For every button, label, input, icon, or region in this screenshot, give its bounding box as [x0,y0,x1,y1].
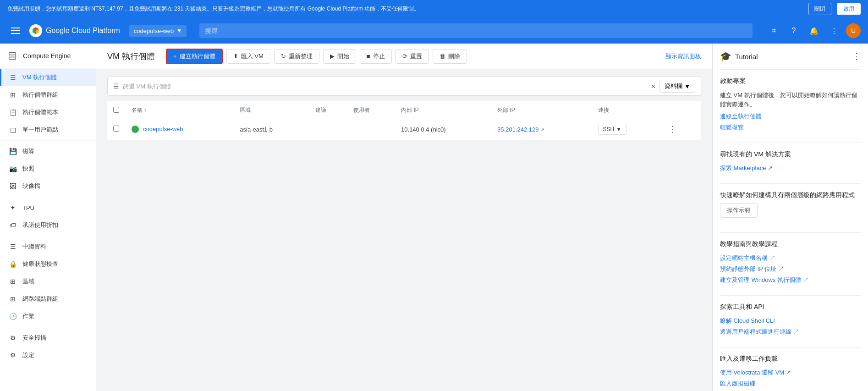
banner-text: 免費試用狀態：您的試用額度還剩 NT$7,147.97，且免費試用期將在 231… [7,5,808,13]
explore-marketplace-link[interactable]: 探索 Marketplace ↗ [720,164,861,172]
select-all-checkbox[interactable] [113,107,119,113]
tutorial-guides-section: 教學指南與教學課程 設定網站主機名稱 ↗ 預約靜態外部 IP 位址 ↗ 建立及管… [720,240,861,284]
table-row-more-cell: ⋮ [661,119,701,140]
panel-divider-5 [720,347,861,347]
search-input[interactable] [199,23,753,38]
more-actions-button[interactable]: ⋮ [666,123,678,136]
cloud-shell-link[interactable]: 瞭解 Cloud Shell CLI [720,317,861,325]
cloud-shell-button[interactable]: ⌗ [765,22,782,39]
sidebar-item-committed-use[interactable]: 🏷 承諾使用折扣 [0,216,96,234]
sidebar-item-instance-templates[interactable]: 📋 執行個體範本 [0,104,96,121]
metadata-icon: ☰ [9,242,17,251]
create-instance-button[interactable]: + 建立執行個體 [166,49,223,64]
tutorial-more-button[interactable]: ⋮ [852,51,861,61]
start-button[interactable]: ▶ 開始 [323,49,356,64]
refresh-button[interactable]: ↻ 重新整理 [274,49,319,64]
page-title: VM 執行個體 [107,51,155,62]
sidebar-item-sole-tenant[interactable]: ◫ 單一用戶節點 [0,121,96,138]
close-banner-button[interactable]: 關閉 [808,3,831,15]
page-header: VM 執行個體 + 建立執行個體 ⬆ 匯入 VM ↻ 重新整理 ▶ 開始 ■ 停… [96,44,712,69]
notifications-button[interactable]: 🔔 [806,22,822,39]
virtual-disk-link[interactable]: 匯入虛擬磁碟 [720,380,861,388]
vm-zone: asia-east1-b [240,126,273,133]
reserve-ip-link[interactable]: 預約靜態外部 IP 位址 ↗ [720,265,861,273]
more-options-button[interactable]: ⋮ [826,22,842,39]
panel-divider-2 [720,183,861,184]
operations-demo-button[interactable]: 操作示範 [720,203,758,218]
main-layout: Compute Engine ☰ VM 執行個體 ⊞ 執行個體群組 📋 執行個體… [0,44,868,391]
sidebar-item-network-endpoints[interactable]: ⊞ 網路端點群組 [0,290,96,308]
sidebar-label-operations: 作業 [22,312,34,320]
filter-input[interactable] [123,83,647,90]
velostrata-link[interactable]: 使用 Velostrata 遷移 VM ↗ [720,369,861,377]
vm-name-link[interactable]: codepulse-web [143,126,183,132]
show-info-panel-link[interactable]: 顯示資訊面板 [665,52,701,61]
settings-icon: ⚙ [9,351,17,359]
more-icon: ⋮ [830,27,838,35]
sidebar-item-vm-instances[interactable]: ☰ VM 執行個體 [0,69,96,86]
sidebar-item-snapshots[interactable]: 📷 快照 [0,160,96,177]
sidebar-item-instance-groups[interactable]: ⊞ 執行個體群組 [0,86,96,104]
activate-button[interactable]: 啟用 [837,3,861,15]
sidebar-item-settings[interactable]: ⚙ 設定 [0,347,96,364]
sidebar-label-snapshots: 快照 [22,165,34,173]
ssh-dropdown-arrow[interactable]: ▼ [616,126,621,132]
hamburger-menu[interactable] [7,24,24,38]
manage-windows-link[interactable]: 建立及管理 Windows 執行個體 ↗ [720,276,861,284]
api-link[interactable]: 透過用戶端程式庫進行連線 ↗ [720,328,861,336]
health-checks-icon: 🔒 [9,260,17,268]
sidebar-title: Compute Engine [23,52,71,60]
user-avatar[interactable]: U [846,23,861,38]
migrate-section: 匯入及遷移工作負載 使用 Velostrata 遷移 VM ↗ 匯入虛擬磁碟 [720,355,861,388]
project-selector[interactable]: codepulse-web ▼ [129,25,187,37]
sidebar-item-security[interactable]: ⚙ 安全掃描 [0,329,96,347]
logo-text: Google Cloud Platform [46,27,120,35]
columns-button[interactable]: 資料欄 ▼ [659,80,695,93]
explore-link[interactable]: 輕鬆盡覽 [720,123,861,132]
sidebar-item-operations[interactable]: 🕐 作業 [0,308,96,325]
table-header-internal-ip: 內部 IP [396,102,492,119]
right-panel: 🎓 Tutorial ⋮ 啟動專案 建立 VM 執行個體後，您可以開始瞭解如何讓… [712,44,868,391]
status-indicator [132,126,139,133]
vm-table: 名稱 ↑ 區域 建議 使用者 內部 IP [107,101,701,140]
start-icon: ▶ [330,53,335,60]
delete-button[interactable]: 🗑 刪除 [433,49,467,64]
filter-row: ☰ ✕ 資料欄 ▼ [107,77,701,96]
set-domain-link[interactable]: 設定網站主機名稱 ↗ [720,254,861,262]
sidebar-divider-2 [0,197,96,197]
sidebar-item-zones[interactable]: ⊞ 區域 [0,273,96,290]
sidebar-item-health-checks[interactable]: 🔒 健康狀態檢查 [0,255,96,273]
start-project-title: 啟動專案 [720,77,861,85]
sidebar-label-sole-tenant: 單一用戶節點 [22,126,58,134]
sidebar-item-images[interactable]: 🖼 映像檔 [0,177,96,195]
table-row-internal-ip-cell: 10.140.0.4 (nic0) [396,119,492,140]
external-ip-link[interactable]: 35.201.242.129 ↗ [497,126,544,133]
filter-clear-icon[interactable]: ✕ [651,83,656,90]
panel-divider-3 [720,232,861,233]
ssh-button[interactable]: SSH ▼ [598,124,627,135]
logo-area: Google Cloud Platform [29,24,120,37]
reset-button[interactable]: ⟳ 重置 [396,49,429,64]
refresh-icon: ↻ [281,53,286,60]
panel-divider-1 [720,143,861,143]
sidebar-item-metadata[interactable]: ☰ 中繼資料 [0,238,96,255]
help-button[interactable]: ? [786,22,802,39]
trash-icon: 🗑 [439,53,445,60]
table-row-external-ip-cell: 35.201.242.129 ↗ [492,119,592,140]
network-endpoints-icon: ⊞ [9,295,17,303]
tpu-icon: ✦ [9,204,17,212]
svg-rect-1 [10,54,14,58]
stop-icon: ■ [367,53,370,60]
gcp-logo [29,24,42,37]
stop-button[interactable]: ■ 停止 [360,49,392,64]
top-nav: Google Cloud Platform codepulse-web ▼ ⌗ … [0,18,868,44]
table-header-connect: 連接 [593,102,661,119]
table-header-name[interactable]: 名稱 ↑ [126,102,235,119]
import-vm-button[interactable]: ⬆ 匯入 VM [226,49,270,64]
connect-instance-link[interactable]: 連線至執行個體 [720,112,861,121]
columns-label: 資料欄 [665,82,682,90]
row-checkbox[interactable] [113,126,119,132]
sidebar-item-disks[interactable]: 💾 磁碟 [0,143,96,160]
sidebar-item-tpu[interactable]: ✦ TPU [0,199,96,216]
reset-icon: ⟳ [402,53,407,60]
